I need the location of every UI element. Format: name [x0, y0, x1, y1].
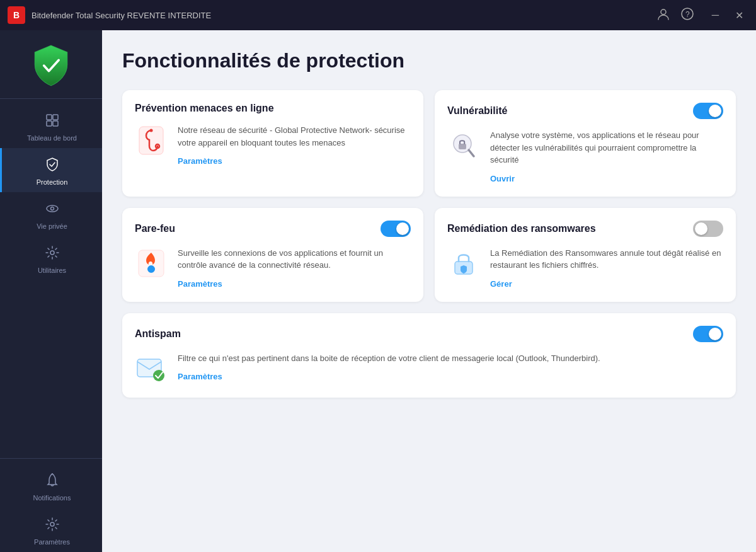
svg-point-14 — [150, 129, 153, 132]
cards-grid: Prévention menaces en ligne Notre ré — [122, 90, 736, 398]
card-ransomware-title: Remédiation des ransomwares — [447, 223, 596, 234]
sidebar-item-privacy-label: Vie privée — [37, 222, 67, 230]
card-firewall-text: Surveille les connexions de vos applicat… — [178, 247, 411, 289]
card-firewall-title: Pare-feu — [135, 223, 175, 234]
app-body: Tableau de bord Protection Vie privée — [0, 30, 756, 552]
titlebar-icons: ? — [656, 7, 694, 24]
protection-icon — [45, 157, 60, 176]
app-title: Bitdefender Total Security REVENTE INTER… — [32, 11, 656, 20]
dashboard-icon — [45, 113, 60, 132]
bell-icon — [45, 473, 60, 492]
card-ransomware-body: La Remédiation des Ransomwares annule to… — [447, 247, 723, 289]
user-icon[interactable] — [656, 7, 670, 24]
card-online-threats-description: Notre réseau de sécurité - Global Protec… — [178, 124, 411, 149]
svg-point-8 — [50, 207, 54, 210]
card-vulnerability-body: Analyse votre système, vos applications … — [447, 129, 723, 184]
card-antispam: Antispam F — [122, 313, 736, 398]
card-online-threats-title: Prévention menaces en ligne — [135, 103, 274, 114]
utilities-icon — [45, 245, 60, 264]
magnifier-lock-icon — [447, 129, 480, 162]
card-antispam-body: Filtre ce qui n'est pas pertinent dans l… — [135, 352, 723, 385]
sidebar-item-utilities-label: Utilitaires — [38, 267, 66, 274]
sidebar-item-protection[interactable]: Protection — [0, 148, 102, 192]
card-online-threats-text: Notre réseau de sécurité - Global Protec… — [178, 124, 411, 166]
card-firewall-link[interactable]: Paramètres — [178, 279, 222, 289]
gear-icon — [45, 517, 60, 536]
sidebar-divider-bottom — [0, 458, 102, 459]
fire-drop-icon — [135, 247, 168, 280]
svg-rect-16 — [459, 144, 466, 149]
card-vulnerability-text: Analyse votre système, vos applications … — [490, 129, 723, 184]
card-ransomware-description: La Remédiation des Ransomwares annule to… — [490, 247, 723, 272]
card-vulnerability-description: Analyse votre système, vos applications … — [490, 129, 723, 166]
card-vulnerability-link[interactable]: Ouvrir — [490, 174, 515, 183]
svg-point-9 — [50, 251, 54, 255]
card-ransomware-header: Remédiation des ransomwares — [447, 221, 723, 237]
minimize-button[interactable]: ─ — [707, 7, 724, 24]
card-online-threats-header: Prévention menaces en ligne — [135, 103, 411, 114]
card-antispam-link[interactable]: Paramètres — [178, 372, 222, 381]
sidebar-divider-top — [0, 98, 102, 99]
card-ransomware-text: La Remédiation des Ransomwares annule to… — [490, 247, 723, 289]
svg-rect-3 — [47, 115, 52, 120]
window-controls: ─ ✕ — [707, 7, 748, 24]
app-logo: B — [8, 6, 25, 24]
sidebar-item-notifications[interactable]: Notifications — [0, 464, 102, 508]
sidebar-item-settings-label: Paramètres — [34, 538, 70, 546]
card-antispam-title: Antispam — [135, 328, 181, 340]
svg-point-11 — [50, 522, 54, 526]
svg-line-17 — [469, 150, 474, 156]
svg-text:?: ? — [685, 10, 690, 19]
card-online-threats: Prévention menaces en ligne Notre ré — [122, 90, 423, 197]
card-antispam-header: Antispam — [135, 326, 723, 342]
card-ransomware-link[interactable]: Gérer — [490, 279, 512, 289]
close-button[interactable]: ✕ — [730, 7, 748, 24]
eye-icon — [45, 201, 60, 220]
mail-check-icon — [135, 352, 168, 385]
card-online-threats-body: Notre réseau de sécurité - Global Protec… — [135, 124, 411, 166]
card-vulnerability-header: Vulnérabilité — [447, 103, 723, 119]
svg-rect-4 — [53, 115, 58, 120]
content-area: Fonctionnalités de protection Prévention… — [102, 30, 756, 552]
sidebar-logo — [26, 40, 76, 91]
card-firewall: Pare-feu Surveille les co — [122, 208, 423, 302]
vulnerability-toggle[interactable] — [693, 103, 723, 119]
sidebar-item-utilities[interactable]: Utilitaires — [0, 236, 102, 280]
card-firewall-body: Surveille les connexions de vos applicat… — [135, 247, 411, 289]
sidebar-item-privacy[interactable]: Vie privée — [0, 192, 102, 236]
firewall-toggle[interactable] — [381, 221, 411, 237]
svg-point-21 — [153, 370, 164, 381]
card-ransomware: Remédiation des ransomwares — [435, 208, 736, 302]
card-firewall-header: Pare-feu — [135, 221, 411, 237]
sidebar-item-settings[interactable]: Paramètres — [0, 508, 102, 552]
card-antispam-text: Filtre ce qui n'est pas pertinent dans l… — [178, 352, 723, 382]
help-icon[interactable]: ? — [680, 7, 694, 24]
titlebar: B Bitdefender Total Security REVENTE INT… — [0, 0, 756, 30]
svg-rect-6 — [53, 121, 58, 126]
card-vulnerability: Vulnérabilité — [435, 90, 736, 197]
lock-shield-icon — [447, 247, 480, 280]
svg-point-0 — [661, 9, 666, 14]
sidebar-item-notifications-label: Notifications — [33, 494, 71, 502]
sidebar: Tableau de bord Protection Vie privée — [0, 30, 102, 552]
sidebar-item-protection-label: Protection — [37, 178, 68, 186]
card-online-threats-link[interactable]: Paramètres — [178, 156, 222, 166]
sidebar-item-dashboard[interactable]: Tableau de bord — [0, 104, 102, 148]
svg-point-7 — [47, 205, 58, 212]
ransomware-toggle[interactable] — [693, 221, 723, 237]
sidebar-item-dashboard-label: Tableau de bord — [27, 134, 77, 142]
hook-icon — [135, 124, 168, 157]
page-title: Fonctionnalités de protection — [122, 49, 736, 72]
antispam-toggle[interactable] — [693, 326, 723, 342]
card-vulnerability-title: Vulnérabilité — [447, 105, 507, 117]
card-antispam-description: Filtre ce qui n'est pas pertinent dans l… — [178, 352, 723, 365]
svg-rect-5 — [47, 121, 52, 126]
card-firewall-description: Surveille les connexions de vos applicat… — [178, 247, 411, 272]
